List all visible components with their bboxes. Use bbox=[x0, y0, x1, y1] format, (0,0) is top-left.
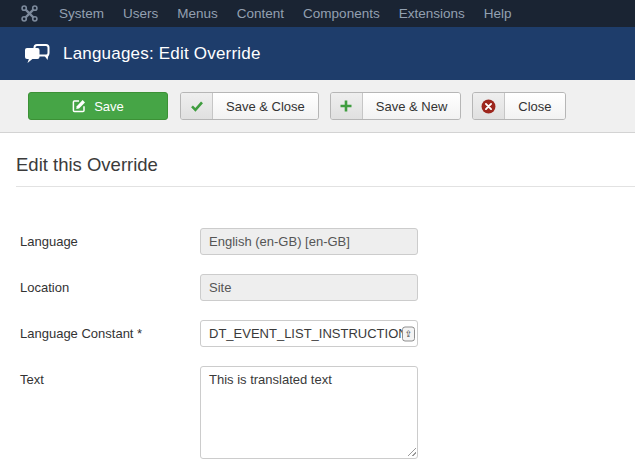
save-and-new-button[interactable]: Save & New bbox=[330, 92, 462, 120]
text-label: Text bbox=[0, 366, 200, 387]
page-header: Languages: Edit Override bbox=[0, 27, 635, 80]
language-constant-label: Language Constant * bbox=[0, 326, 200, 341]
save-and-close-button[interactable]: Save & Close bbox=[180, 92, 319, 120]
main-menu: System Users Menus Content Components Ex… bbox=[52, 0, 523, 27]
heading-divider bbox=[16, 186, 635, 187]
save-and-close-label: Save & Close bbox=[213, 93, 318, 119]
override-form: Language Location Language Constant * ⇪ … bbox=[0, 228, 635, 459]
close-button-label: Close bbox=[505, 93, 564, 119]
section-heading: Edit this Override bbox=[16, 154, 635, 176]
language-field bbox=[200, 228, 418, 255]
toolbar: Save Save & Close Save & New Close bbox=[0, 80, 635, 133]
caps-lock-indicator-icon: ⇪ bbox=[402, 326, 415, 341]
text-row: Text This is translated text bbox=[0, 366, 635, 459]
menu-item-system[interactable]: System bbox=[52, 0, 111, 27]
page-title: Languages: Edit Override bbox=[63, 44, 261, 64]
save-button[interactable]: Save bbox=[28, 92, 168, 120]
save-button-label: Save bbox=[94, 99, 124, 114]
language-label: Language bbox=[0, 234, 200, 249]
pencil-square-icon bbox=[72, 99, 86, 113]
close-button[interactable]: Close bbox=[472, 92, 565, 120]
menu-item-help[interactable]: Help bbox=[477, 0, 519, 27]
menu-item-extensions[interactable]: Extensions bbox=[392, 0, 472, 27]
location-field bbox=[200, 274, 418, 301]
location-row: Location bbox=[0, 274, 635, 301]
location-label: Location bbox=[0, 280, 200, 295]
check-icon bbox=[181, 93, 213, 119]
joomla-logo-icon[interactable] bbox=[21, 5, 38, 22]
language-constant-field[interactable] bbox=[200, 320, 418, 347]
plus-icon bbox=[331, 93, 363, 119]
language-constant-row: Language Constant * ⇪ bbox=[0, 320, 635, 347]
comments-icon bbox=[24, 43, 50, 65]
text-field[interactable]: This is translated text bbox=[200, 366, 418, 459]
language-row: Language bbox=[0, 228, 635, 255]
menu-item-components[interactable]: Components bbox=[296, 0, 387, 27]
circle-x-icon bbox=[473, 93, 505, 119]
save-and-new-label: Save & New bbox=[363, 93, 461, 119]
menu-item-users[interactable]: Users bbox=[116, 0, 165, 27]
admin-navbar: System Users Menus Content Components Ex… bbox=[0, 0, 635, 27]
main-content: Edit this Override Language Location Lan… bbox=[0, 154, 635, 459]
menu-item-menus[interactable]: Menus bbox=[170, 0, 225, 27]
menu-item-content[interactable]: Content bbox=[230, 0, 291, 27]
